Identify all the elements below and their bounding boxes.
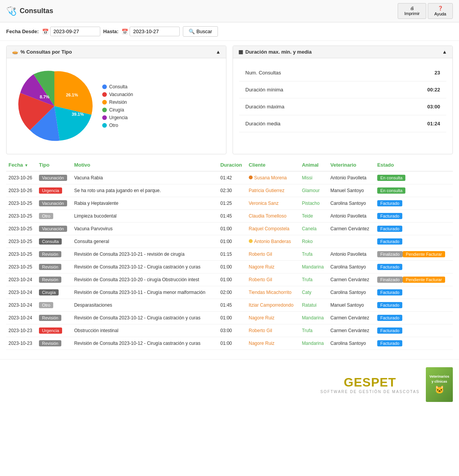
- calendar-from-icon[interactable]: 📅: [42, 29, 49, 35]
- client-link[interactable]: Raquel Compostela: [249, 226, 289, 231]
- client-link[interactable]: Roberto Gil: [249, 277, 272, 282]
- cell-tipo: Urgencia: [37, 324, 72, 337]
- status-badge: Facturado: [377, 264, 403, 270]
- table-row: 2023-10-26 Urgencia Se ha roto una pata …: [6, 184, 453, 197]
- col-duracion[interactable]: Duracion: [218, 159, 246, 171]
- cell-motivo: Revisión de Consulta 2023-10-12 - Cirugí…: [72, 337, 218, 350]
- legend-label-cirugia: Cirugía: [109, 107, 124, 113]
- cell-estado: FinalizadoPendiente Facturar: [375, 273, 453, 286]
- calendar-to-icon[interactable]: 📅: [122, 29, 128, 35]
- status-badge: Facturado: [377, 289, 403, 295]
- cell-duracion: 01:25: [218, 197, 246, 210]
- legend-label-vacunacion: Vacunación: [109, 92, 133, 97]
- type-badge: Revisión: [39, 315, 61, 321]
- to-date-input[interactable]: [130, 27, 180, 36]
- cell-tipo: Revisión: [37, 273, 72, 286]
- animal-link[interactable]: Caty: [302, 290, 312, 295]
- animal-link[interactable]: Pistacho: [302, 201, 320, 206]
- stats-value: 23: [378, 64, 446, 81]
- stats-chart-title: Duración max. min. y media: [245, 49, 442, 55]
- cell-veterinario: Antonio Pavolleta: [328, 210, 375, 223]
- cell-animal: Mandarina: [300, 337, 328, 350]
- animal-link[interactable]: Ratatui: [302, 302, 317, 308]
- stats-chart-body: Num. Consultas23Duración mínima00:22Dura…: [233, 58, 452, 138]
- status-badge: Pendiente Facturar: [403, 277, 445, 283]
- cell-tipo: Vacunación: [37, 223, 72, 235]
- client-link[interactable]: Patricia Gutierrez: [249, 188, 285, 193]
- client-link[interactable]: Nagore Ruiz: [249, 315, 275, 321]
- cell-estado: Facturado: [375, 223, 453, 235]
- stats-row: Duración mínima00:22: [239, 81, 446, 98]
- stats-row: Duración media01:24: [239, 115, 446, 132]
- cell-estado: En consulta: [375, 184, 453, 197]
- client-link[interactable]: Antonio Banderas: [254, 239, 291, 244]
- type-badge: Vacunación: [39, 226, 67, 232]
- legend-dot-urgencia: [102, 115, 107, 120]
- cell-estado: Facturado: [375, 261, 453, 273]
- col-motivo[interactable]: Motivo: [72, 159, 218, 171]
- stats-chart-header: ▦ Duración max. min. y media ▲: [233, 46, 452, 58]
- animal-link[interactable]: Teide: [302, 213, 313, 219]
- type-badge: Vacunación: [39, 200, 67, 206]
- animal-link[interactable]: Missi: [302, 175, 312, 181]
- help-button[interactable]: ❓ Ayuda: [428, 3, 453, 19]
- client-link[interactable]: Itziar Camporredondo: [249, 302, 294, 308]
- animal-link[interactable]: Roko: [302, 239, 313, 244]
- client-link[interactable]: Roberto Gil: [249, 252, 272, 257]
- client-link[interactable]: Veronica Sanz: [249, 201, 278, 206]
- animal-link[interactable]: Mandarina: [302, 264, 324, 270]
- col-cliente[interactable]: Cliente: [246, 159, 300, 171]
- cell-animal: Trufa: [300, 248, 328, 261]
- col-estado[interactable]: Estado: [375, 159, 453, 171]
- pie-label-revision: 39.1%: [72, 112, 84, 116]
- col-veterinario[interactable]: Veterinario: [328, 159, 375, 171]
- stats-collapse-icon[interactable]: ▲: [442, 49, 447, 55]
- pie-chart-title: % Consultas por Tipo: [20, 49, 216, 55]
- animal-link[interactable]: Mandarina: [302, 315, 324, 321]
- client-link[interactable]: Tiendas Micachorrito: [249, 290, 292, 295]
- app-title: Consultas: [20, 7, 53, 15]
- cell-tipo: Vacunación: [37, 171, 72, 184]
- col-tipo[interactable]: Tipo: [37, 159, 72, 171]
- animal-link[interactable]: Trufa: [302, 277, 313, 282]
- cell-cliente: Susana Morena: [246, 171, 300, 184]
- col-animal[interactable]: Animal: [300, 159, 328, 171]
- cell-duracion: 01:00: [218, 223, 246, 235]
- print-button[interactable]: 🖨 Imprimir: [398, 3, 426, 19]
- animal-link[interactable]: Trufa: [302, 328, 313, 333]
- animal-link[interactable]: Mandarina: [302, 341, 324, 346]
- status-badge: Facturado: [377, 302, 403, 308]
- cell-tipo: Revisión: [37, 261, 72, 273]
- col-fecha[interactable]: Fecha ▼: [6, 159, 37, 171]
- search-button[interactable]: 🔍 Buscar: [183, 26, 218, 37]
- client-link[interactable]: Nagore Ruiz: [249, 264, 275, 270]
- animal-link[interactable]: Glamour: [302, 188, 320, 193]
- cell-tipo: Otro: [37, 299, 72, 312]
- animal-link[interactable]: Trufa: [302, 252, 313, 257]
- legend-vacunacion: Vacunación: [102, 92, 133, 97]
- cell-veterinario: Carolina Santoyo: [328, 286, 375, 299]
- data-section: Fecha ▼ Tipo Motivo Duracion Cliente Ani…: [0, 159, 459, 356]
- from-date-wrap: 📅: [42, 27, 100, 36]
- stats-table: Num. Consultas23Duración mínima00:22Dura…: [239, 64, 446, 132]
- pie-legend: Consulta Vacunación Revisión Cirugía: [102, 84, 133, 128]
- legend-dot-revision: [102, 100, 107, 105]
- cell-duracion: 01:00: [218, 312, 246, 324]
- question-icon: ❓: [438, 6, 443, 11]
- cell-estado: Facturado: [375, 286, 453, 299]
- cell-estado: Facturado: [375, 324, 453, 337]
- client-link[interactable]: Susana Morena: [254, 175, 287, 181]
- cell-duracion: 01:00: [218, 235, 246, 248]
- legend-dot-vacunacion: [102, 92, 107, 97]
- legend-dot-consulta: [102, 84, 107, 89]
- client-link[interactable]: Roberto Gil: [249, 328, 272, 333]
- cell-cliente: Nagore Ruiz: [246, 337, 300, 350]
- pie-chart-header: 🥧 % Consultas por Tipo ▲: [7, 46, 226, 58]
- cell-estado: Facturado: [375, 210, 453, 223]
- pie-collapse-icon[interactable]: ▲: [216, 49, 221, 55]
- animal-link[interactable]: Canela: [302, 226, 317, 231]
- client-link[interactable]: Nagore Ruiz: [249, 341, 275, 346]
- from-date-input[interactable]: [50, 27, 100, 36]
- cell-estado: Facturado: [375, 299, 453, 312]
- client-link[interactable]: Claudia Tomelloso: [249, 213, 287, 219]
